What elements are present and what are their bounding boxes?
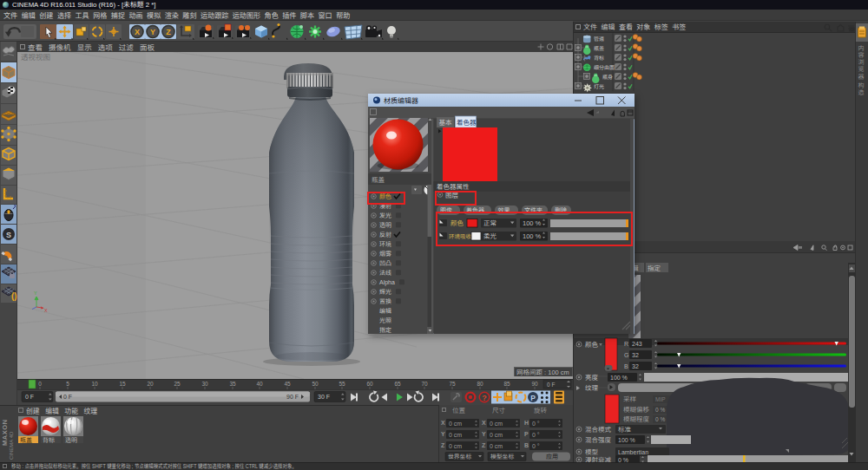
svg-text:(): () <box>11 291 17 301</box>
svg-text:亮度: 亮度 <box>585 374 598 382</box>
svg-text:35: 35 <box>229 381 236 387</box>
svg-text:55: 55 <box>339 381 345 387</box>
svg-text:Z: Z <box>441 442 445 448</box>
svg-text:0 F: 0 F <box>25 394 34 400</box>
svg-text:S: S <box>6 231 11 239</box>
svg-text:0 F: 0 F <box>63 394 72 400</box>
svg-text:材质编辑器: 材质编辑器 <box>384 97 418 105</box>
svg-text:光照: 光照 <box>379 317 391 323</box>
svg-text:0 °: 0 ° <box>532 443 540 449</box>
svg-text:0 %: 0 % <box>655 416 665 422</box>
svg-text:0 cm: 0 cm <box>490 421 503 427</box>
svg-text:细分曲面: 细分曲面 <box>594 64 615 70</box>
svg-text:颜色: 颜色 <box>585 341 598 349</box>
svg-text:80: 80 <box>477 381 483 387</box>
svg-text:30 F: 30 F <box>318 394 330 400</box>
svg-text:0 cm: 0 cm <box>490 443 503 449</box>
svg-text:灯光: 灯光 <box>594 83 604 89</box>
svg-text:X: X <box>135 28 140 36</box>
svg-text:透明: 透明 <box>65 437 77 443</box>
svg-text:B: B <box>524 442 529 448</box>
svg-text:凹凸: 凹凸 <box>379 260 391 266</box>
svg-text:MIP: MIP <box>655 396 666 402</box>
svg-text:发光: 发光 <box>379 212 391 219</box>
svg-text:60: 60 <box>366 381 373 387</box>
svg-text:25: 25 <box>174 381 181 387</box>
svg-text:Alpha: Alpha <box>379 279 395 286</box>
svg-text:30: 30 <box>201 381 208 387</box>
svg-text:瓶盖: 瓶盖 <box>594 45 604 51</box>
svg-text:85: 85 <box>503 381 510 387</box>
svg-text:75: 75 <box>449 381 456 387</box>
svg-text:0 %: 0 % <box>655 407 665 413</box>
svg-text:指定: 指定 <box>648 264 661 272</box>
svg-text:P: P <box>530 394 536 402</box>
svg-text:B: B <box>624 363 628 369</box>
svg-text:瓶身: 瓶身 <box>602 74 613 80</box>
svg-text:应用: 应用 <box>546 454 558 460</box>
svg-text:Y: Y <box>150 28 155 36</box>
svg-text:65: 65 <box>394 381 401 387</box>
svg-text:瓶盖: 瓶盖 <box>20 437 32 443</box>
svg-text:模糊偏移: 模糊偏移 <box>623 406 649 414</box>
svg-text:0 °: 0 ° <box>532 432 540 438</box>
svg-text:Y: Y <box>441 431 445 437</box>
svg-text:0 cm: 0 cm <box>449 432 462 438</box>
svg-text:Z: Z <box>166 28 171 36</box>
svg-text:透明: 透明 <box>379 222 391 228</box>
svg-text:243: 243 <box>632 341 642 347</box>
svg-text:15: 15 <box>119 381 126 387</box>
svg-text:32: 32 <box>632 363 639 369</box>
svg-text:100 %: 100 % <box>610 375 628 381</box>
svg-text:基本: 基本 <box>439 119 452 127</box>
svg-text:着色器属性: 着色器属性 <box>437 183 470 191</box>
svg-text:90: 90 <box>531 381 538 387</box>
svg-text:标准: 标准 <box>618 426 631 434</box>
svg-text:模糊程度: 模糊程度 <box>623 415 649 423</box>
svg-text:混合强度: 混合强度 <box>585 436 611 444</box>
svg-text:50: 50 <box>312 381 319 387</box>
svg-text:模型坐标: 模型坐标 <box>490 454 514 460</box>
svg-text:瓶盖: 瓶盖 <box>372 176 385 184</box>
svg-text:环境: 环境 <box>379 241 391 247</box>
svg-text:纹理: 纹理 <box>585 384 598 392</box>
svg-text:20: 20 <box>147 381 154 387</box>
svg-text:Y: Y <box>482 431 486 437</box>
svg-text:P: P <box>524 431 529 437</box>
svg-text:0: 0 <box>38 381 42 387</box>
svg-text:0 cm: 0 cm <box>449 421 462 427</box>
svg-text:烟雾: 烟雾 <box>379 251 391 257</box>
svg-text:法线: 法线 <box>379 270 391 276</box>
svg-text:X: X <box>482 420 486 426</box>
svg-text:反射: 反射 <box>379 232 391 238</box>
svg-text:Z: Z <box>482 442 486 448</box>
svg-text:着色器: 着色器 <box>457 119 477 127</box>
svg-text:背标: 背标 <box>43 437 55 443</box>
svg-text:混合模式: 混合模式 <box>585 426 611 434</box>
svg-text:90 F: 90 F <box>286 394 299 400</box>
svg-text:?: ? <box>482 394 487 402</box>
svg-text:0 °: 0 ° <box>532 421 540 427</box>
svg-text:背标: 背标 <box>594 55 604 61</box>
svg-text:编辑: 编辑 <box>379 308 391 314</box>
svg-text:置换: 置换 <box>379 298 391 304</box>
svg-text:40: 40 <box>256 381 263 387</box>
svg-text:32: 32 <box>632 352 639 358</box>
svg-text:Y: Y <box>34 290 37 296</box>
svg-text:5: 5 <box>66 381 69 387</box>
svg-text:G: G <box>624 352 628 358</box>
svg-text:管道: 管道 <box>594 36 604 42</box>
svg-text:X: X <box>44 308 48 313</box>
svg-text:世界坐标: 世界坐标 <box>448 454 471 460</box>
svg-text:0 cm: 0 cm <box>449 443 462 449</box>
svg-text:辉光: 辉光 <box>379 289 391 295</box>
svg-text:X: X <box>441 420 445 426</box>
svg-text:10: 10 <box>91 381 98 387</box>
svg-text:指定: 指定 <box>379 327 391 333</box>
svg-text:0 F: 0 F <box>547 382 555 388</box>
svg-text:H: H <box>524 420 529 426</box>
svg-text:采样: 采样 <box>623 395 636 403</box>
svg-text:45: 45 <box>284 381 291 387</box>
svg-text:R: R <box>624 341 628 347</box>
svg-text:100 %: 100 % <box>618 437 635 443</box>
